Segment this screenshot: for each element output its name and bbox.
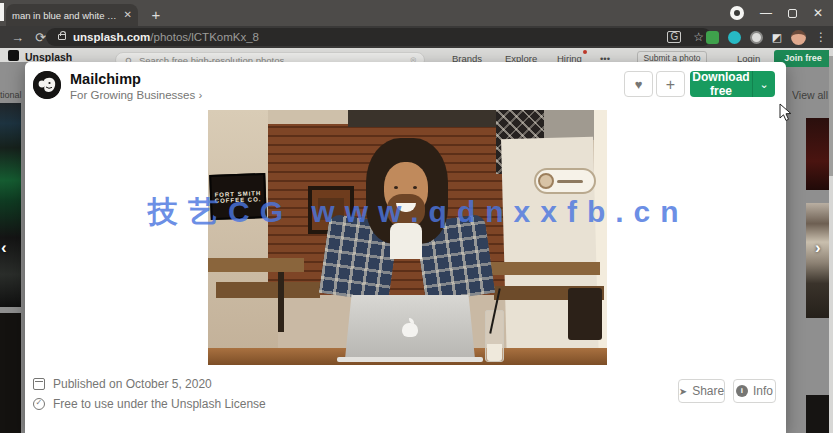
info-label: Info — [753, 384, 773, 398]
photo-laptop-base — [337, 357, 483, 362]
photo-ceiling-beam — [348, 110, 510, 127]
browser-tab[interactable]: man in blue and white striped s ✕ — [6, 4, 138, 26]
photo-man-right-eye — [413, 186, 417, 189]
tab-close-icon[interactable]: ✕ — [124, 10, 132, 20]
maximize-icon[interactable] — [788, 9, 797, 18]
next-photo-thumbnail-3[interactable] — [806, 395, 830, 433]
photo-man-left-eye — [394, 186, 398, 189]
view-all-link[interactable]: View all — [792, 89, 833, 101]
window-controls: — ✕ — [730, 0, 829, 26]
download-free-button[interactable]: Download free — [690, 70, 752, 98]
reload-icon[interactable]: ⟳ — [35, 30, 46, 45]
chrome-menu-icon[interactable]: ⋮ — [815, 30, 827, 44]
license-row: Free to use under the Unsplash License — [33, 397, 266, 411]
mouse-cursor — [779, 103, 792, 126]
adblock-extension-icon[interactable] — [706, 31, 719, 44]
mailchimp-avatar[interactable] — [33, 71, 61, 99]
scrollbar-thumb[interactable] — [829, 56, 833, 176]
author-name[interactable]: Mailchimp — [70, 71, 141, 87]
share-button[interactable]: ➤ Share — [678, 379, 725, 403]
profile-avatar[interactable] — [791, 30, 806, 45]
photo-right-table — [480, 262, 600, 275]
photo-dark-case — [568, 288, 602, 340]
watermark-url: www.qdnxxfb.cn — [311, 195, 688, 228]
teal-extension-icon[interactable] — [728, 31, 741, 44]
address-bar[interactable]: unsplash.com /photos/lCTKomKx_8 G ☆ — [46, 28, 712, 46]
oval-sign-text-line — [557, 180, 583, 183]
download-options-chevron-icon[interactable]: ⌄ — [753, 78, 775, 91]
share-arrow-icon: ➤ — [679, 386, 687, 397]
photo-left-table — [208, 258, 304, 272]
new-tab-button[interactable]: + — [146, 5, 166, 25]
like-button[interactable]: ♥ — [624, 71, 653, 97]
browser-window: man in blue and white striped s ✕ + — ✕ … — [0, 0, 833, 433]
extensions-puzzle-icon[interactable]: ◩ — [772, 31, 782, 44]
share-label: Share — [692, 384, 724, 398]
lock-icon — [58, 34, 66, 40]
info-button[interactable]: i Info — [733, 379, 776, 403]
photo-vent-hood — [544, 110, 600, 140]
prev-photo-thumbnail[interactable] — [0, 103, 21, 307]
watermark-text: 技艺CG www.qdnxxfb.cn — [148, 192, 748, 233]
calendar-icon — [33, 378, 45, 390]
published-row: Published on October 5, 2020 — [33, 377, 212, 391]
apple-logo-icon — [402, 318, 418, 337]
add-to-collection-button[interactable]: + — [656, 71, 685, 97]
window-edge — [0, 3, 4, 21]
minimize-icon[interactable]: — — [760, 7, 772, 19]
background-thumbnail[interactable] — [0, 313, 21, 433]
info-icon: i — [736, 385, 748, 397]
photo-left-bench — [216, 282, 320, 298]
url-path: /photos/lCTKomKx_8 — [150, 31, 259, 43]
next-photo-thumbnail-2[interactable] — [806, 203, 830, 318]
prev-arrow-icon[interactable]: ‹ — [1, 238, 7, 258]
license-check-icon — [33, 398, 45, 410]
watermark-cn: 技艺CG — [148, 195, 293, 228]
url-host: unsplash.com — [73, 31, 150, 43]
notification-dot — [583, 50, 587, 54]
tab-title: man in blue and white striped s — [12, 10, 120, 21]
license-text: Free to use under the Unsplash License — [53, 397, 266, 411]
mailchimp-monkey-icon — [33, 71, 61, 99]
bookmark-star-icon[interactable]: ☆ — [693, 30, 704, 44]
forward-icon[interactable]: → — [11, 30, 24, 45]
close-window-icon[interactable]: ✕ — [813, 7, 823, 19]
photo-wall-top — [268, 110, 358, 124]
photo-laptop — [345, 295, 475, 359]
gray-extension-icon[interactable] — [750, 31, 763, 44]
download-split-button[interactable]: Download free ⌄ — [690, 71, 775, 97]
unsplash-logo-icon[interactable] — [8, 50, 19, 61]
next-photo-thumbnail-1[interactable] — [806, 118, 830, 190]
record-indicator-icon[interactable] — [730, 6, 744, 20]
photo-drink-milk — [487, 344, 502, 361]
photo-bench-leg — [278, 272, 284, 332]
extensions-row: ◩ ⋮ — [706, 26, 827, 48]
photo-oval-sign — [534, 168, 596, 194]
oval-sign-emblem — [538, 173, 554, 189]
translate-icon[interactable]: G — [667, 31, 681, 43]
main-photo[interactable]: FORT SMITH COFFEE CO. — [208, 110, 607, 365]
published-text: Published on October 5, 2020 — [53, 377, 212, 391]
background-text-fragment: tional au — [0, 90, 24, 100]
author-subtitle[interactable]: For Growing Businesses › — [70, 89, 202, 101]
next-arrow-icon[interactable]: › — [815, 238, 821, 258]
